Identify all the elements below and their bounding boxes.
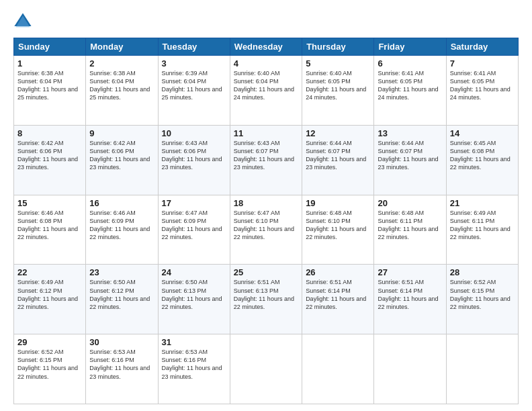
day-info: Sunrise: 6:40 AM Sunset: 6:05 PM Dayligh… xyxy=(306,69,370,102)
day-info: Sunrise: 6:52 AM Sunset: 6:15 PM Dayligh… xyxy=(450,278,515,311)
day-number: 6 xyxy=(378,58,442,68)
calendar-day-21: 21Sunrise: 6:49 AM Sunset: 6:11 PM Dayli… xyxy=(446,195,518,265)
calendar-day-8: 8Sunrise: 6:42 AM Sunset: 6:06 PM Daylig… xyxy=(14,125,86,195)
calendar-day-2: 2Sunrise: 6:38 AM Sunset: 6:04 PM Daylig… xyxy=(86,56,158,126)
day-number: 31 xyxy=(162,337,226,347)
weekday-header-wednesday: Wednesday xyxy=(230,38,302,56)
calendar-day-16: 16Sunrise: 6:46 AM Sunset: 6:09 PM Dayli… xyxy=(86,195,158,265)
header xyxy=(13,12,519,31)
day-number: 23 xyxy=(89,267,154,277)
calendar-day-5: 5Sunrise: 6:40 AM Sunset: 6:05 PM Daylig… xyxy=(302,56,374,126)
calendar-day-22: 22Sunrise: 6:49 AM Sunset: 6:12 PM Dayli… xyxy=(14,265,86,334)
day-number: 5 xyxy=(306,58,370,68)
calendar-day-29: 29Sunrise: 6:52 AM Sunset: 6:15 PM Dayli… xyxy=(14,334,86,404)
day-info: Sunrise: 6:53 AM Sunset: 6:16 PM Dayligh… xyxy=(162,348,226,381)
calendar-day-4: 4Sunrise: 6:40 AM Sunset: 6:04 PM Daylig… xyxy=(230,56,302,126)
day-info: Sunrise: 6:48 AM Sunset: 6:11 PM Dayligh… xyxy=(378,209,442,242)
day-number: 12 xyxy=(306,128,370,138)
day-info: Sunrise: 6:38 AM Sunset: 6:04 PM Dayligh… xyxy=(89,69,154,102)
empty-cell xyxy=(446,334,518,404)
calendar-day-20: 20Sunrise: 6:48 AM Sunset: 6:11 PM Dayli… xyxy=(374,195,446,265)
calendar-day-28: 28Sunrise: 6:52 AM Sunset: 6:15 PM Dayli… xyxy=(446,265,518,334)
calendar-table: SundayMondayTuesdayWednesdayThursdayFrid… xyxy=(13,38,519,404)
day-number: 22 xyxy=(17,267,82,277)
day-info: Sunrise: 6:50 AM Sunset: 6:12 PM Dayligh… xyxy=(89,278,154,311)
day-info: Sunrise: 6:51 AM Sunset: 6:14 PM Dayligh… xyxy=(306,278,370,311)
weekday-header-saturday: Saturday xyxy=(446,38,518,56)
day-number: 2 xyxy=(89,58,154,68)
day-number: 10 xyxy=(162,128,226,138)
calendar-week-5: 29Sunrise: 6:52 AM Sunset: 6:15 PM Dayli… xyxy=(14,334,519,404)
day-number: 27 xyxy=(378,267,442,277)
day-number: 26 xyxy=(306,267,370,277)
calendar-week-4: 22Sunrise: 6:49 AM Sunset: 6:12 PM Dayli… xyxy=(14,265,519,334)
day-info: Sunrise: 6:39 AM Sunset: 6:04 PM Dayligh… xyxy=(162,69,226,102)
day-number: 7 xyxy=(450,58,515,68)
logo xyxy=(13,12,34,31)
weekday-header-thursday: Thursday xyxy=(302,38,374,56)
calendar-day-1: 1Sunrise: 6:38 AM Sunset: 6:04 PM Daylig… xyxy=(14,56,86,126)
calendar-header-row: SundayMondayTuesdayWednesdayThursdayFrid… xyxy=(14,38,519,56)
day-info: Sunrise: 6:52 AM Sunset: 6:15 PM Dayligh… xyxy=(17,348,82,381)
calendar-week-1: 1Sunrise: 6:38 AM Sunset: 6:04 PM Daylig… xyxy=(14,56,519,126)
calendar-day-31: 31Sunrise: 6:53 AM Sunset: 6:16 PM Dayli… xyxy=(158,334,230,404)
day-number: 21 xyxy=(450,198,515,208)
day-info: Sunrise: 6:47 AM Sunset: 6:10 PM Dayligh… xyxy=(234,209,298,242)
day-info: Sunrise: 6:42 AM Sunset: 6:06 PM Dayligh… xyxy=(89,139,154,172)
day-info: Sunrise: 6:48 AM Sunset: 6:10 PM Dayligh… xyxy=(306,209,370,242)
calendar-day-15: 15Sunrise: 6:46 AM Sunset: 6:08 PM Dayli… xyxy=(14,195,86,265)
calendar-day-12: 12Sunrise: 6:44 AM Sunset: 6:07 PM Dayli… xyxy=(302,125,374,195)
page: SundayMondayTuesdayWednesdayThursdayFrid… xyxy=(0,0,532,411)
day-info: Sunrise: 6:46 AM Sunset: 6:09 PM Dayligh… xyxy=(89,209,154,242)
day-number: 24 xyxy=(162,267,226,277)
calendar-day-9: 9Sunrise: 6:42 AM Sunset: 6:06 PM Daylig… xyxy=(86,125,158,195)
day-number: 30 xyxy=(89,337,154,347)
calendar-day-26: 26Sunrise: 6:51 AM Sunset: 6:14 PM Dayli… xyxy=(302,265,374,334)
day-number: 1 xyxy=(17,58,82,68)
calendar-week-2: 8Sunrise: 6:42 AM Sunset: 6:06 PM Daylig… xyxy=(14,125,519,195)
calendar-day-23: 23Sunrise: 6:50 AM Sunset: 6:12 PM Dayli… xyxy=(86,265,158,334)
day-number: 15 xyxy=(17,198,82,208)
day-info: Sunrise: 6:41 AM Sunset: 6:05 PM Dayligh… xyxy=(378,69,442,102)
day-number: 14 xyxy=(450,128,515,138)
weekday-header-sunday: Sunday xyxy=(14,38,86,56)
empty-cell xyxy=(230,334,302,404)
day-info: Sunrise: 6:42 AM Sunset: 6:06 PM Dayligh… xyxy=(17,139,82,172)
day-info: Sunrise: 6:46 AM Sunset: 6:08 PM Dayligh… xyxy=(17,209,82,242)
day-info: Sunrise: 6:43 AM Sunset: 6:06 PM Dayligh… xyxy=(162,139,226,172)
day-number: 3 xyxy=(162,58,226,68)
day-number: 28 xyxy=(450,267,515,277)
day-info: Sunrise: 6:41 AM Sunset: 6:05 PM Dayligh… xyxy=(450,69,515,102)
day-info: Sunrise: 6:49 AM Sunset: 6:11 PM Dayligh… xyxy=(450,209,515,242)
day-info: Sunrise: 6:44 AM Sunset: 6:07 PM Dayligh… xyxy=(378,139,442,172)
calendar-day-10: 10Sunrise: 6:43 AM Sunset: 6:06 PM Dayli… xyxy=(158,125,230,195)
day-number: 13 xyxy=(378,128,442,138)
calendar-day-14: 14Sunrise: 6:45 AM Sunset: 6:08 PM Dayli… xyxy=(446,125,518,195)
calendar-day-6: 6Sunrise: 6:41 AM Sunset: 6:05 PM Daylig… xyxy=(374,56,446,126)
calendar-week-3: 15Sunrise: 6:46 AM Sunset: 6:08 PM Dayli… xyxy=(14,195,519,265)
day-number: 29 xyxy=(17,337,82,347)
day-number: 9 xyxy=(89,128,154,138)
day-info: Sunrise: 6:43 AM Sunset: 6:07 PM Dayligh… xyxy=(234,139,298,172)
logo-icon xyxy=(13,12,32,31)
day-info: Sunrise: 6:40 AM Sunset: 6:04 PM Dayligh… xyxy=(234,69,298,102)
day-number: 19 xyxy=(306,198,370,208)
calendar-day-27: 27Sunrise: 6:51 AM Sunset: 6:14 PM Dayli… xyxy=(374,265,446,334)
weekday-header-tuesday: Tuesday xyxy=(158,38,230,56)
calendar-day-30: 30Sunrise: 6:53 AM Sunset: 6:16 PM Dayli… xyxy=(86,334,158,404)
day-info: Sunrise: 6:44 AM Sunset: 6:07 PM Dayligh… xyxy=(306,139,370,172)
day-number: 20 xyxy=(378,198,442,208)
calendar-day-19: 19Sunrise: 6:48 AM Sunset: 6:10 PM Dayli… xyxy=(302,195,374,265)
day-number: 8 xyxy=(17,128,82,138)
day-info: Sunrise: 6:47 AM Sunset: 6:09 PM Dayligh… xyxy=(162,209,226,242)
calendar-day-7: 7Sunrise: 6:41 AM Sunset: 6:05 PM Daylig… xyxy=(446,56,518,126)
day-info: Sunrise: 6:50 AM Sunset: 6:13 PM Dayligh… xyxy=(162,278,226,311)
day-number: 4 xyxy=(234,58,298,68)
day-info: Sunrise: 6:51 AM Sunset: 6:13 PM Dayligh… xyxy=(234,278,298,311)
day-number: 16 xyxy=(89,198,154,208)
day-number: 17 xyxy=(162,198,226,208)
empty-cell xyxy=(374,334,446,404)
weekday-header-monday: Monday xyxy=(86,38,158,56)
day-number: 25 xyxy=(234,267,298,277)
calendar-day-11: 11Sunrise: 6:43 AM Sunset: 6:07 PM Dayli… xyxy=(230,125,302,195)
